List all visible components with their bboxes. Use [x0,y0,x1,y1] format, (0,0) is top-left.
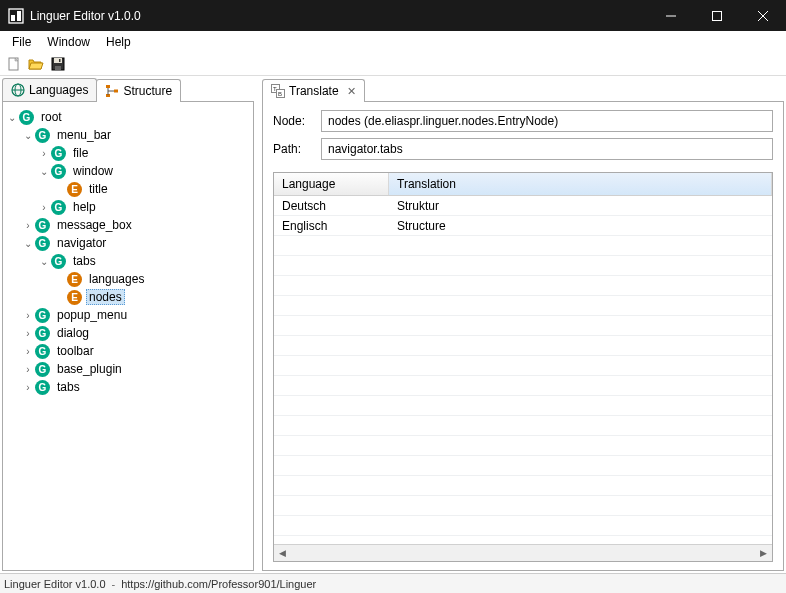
tree-node-label[interactable]: popup_menu [54,308,130,322]
entry-node-icon: E [67,182,82,197]
tab-structure-label: Structure [123,84,172,98]
group-node-icon: G [35,128,50,143]
menu-window[interactable]: Window [39,33,98,51]
tree-twisty[interactable]: › [37,148,51,159]
table-body[interactable]: DeutschStrukturEnglischStructure [274,196,772,544]
tree-node[interactable]: Enodes [5,288,251,306]
right-tabs: TB Translate ✕ [262,78,784,102]
tree-node-label[interactable]: languages [86,272,147,286]
cell-language[interactable]: Englisch [274,219,389,233]
tree-node-label[interactable]: navigator [54,236,109,250]
svg-rect-4 [713,11,722,20]
col-translation[interactable]: Translation [389,173,772,195]
tree-twisty[interactable]: › [21,310,35,321]
minimize-button[interactable] [648,0,694,31]
tab-translate-label: Translate [289,84,339,98]
tree-node[interactable]: ⌄Gnavigator [5,234,251,252]
app-icon [8,8,24,24]
tree-node-label[interactable]: tabs [70,254,99,268]
tree-node[interactable]: ⌄Gwindow [5,162,251,180]
tree-node[interactable]: Etitle [5,180,251,198]
tree-twisty[interactable]: › [21,346,35,357]
svg-rect-17 [114,90,118,93]
group-node-icon: G [51,254,66,269]
table-row[interactable]: DeutschStruktur [274,196,772,216]
tree-twisty[interactable]: ⌄ [21,130,35,141]
tree-node-label[interactable]: toolbar [54,344,97,358]
tree-node[interactable]: ›Gdialog [5,324,251,342]
tree-node-label[interactable]: file [70,146,91,160]
tree-twisty[interactable]: › [21,328,35,339]
left-tabs: Languages Structure [2,78,254,102]
tab-structure[interactable]: Structure [96,79,181,102]
tree-node-label[interactable]: menu_bar [54,128,114,142]
new-button[interactable] [4,54,24,74]
globe-icon [11,83,25,97]
menu-help[interactable]: Help [98,33,139,51]
tree-twisty[interactable]: › [21,364,35,375]
scroll-left-arrow[interactable]: ◀ [274,545,291,562]
tree-node-label[interactable]: root [38,110,65,124]
tree-icon [105,84,119,98]
tree-node[interactable]: ⌄Groot [5,108,251,126]
tab-languages[interactable]: Languages [2,78,97,101]
svg-text:T: T [273,86,277,92]
path-label: Path: [273,142,313,156]
tree-node-label[interactable]: message_box [54,218,135,232]
cell-language[interactable]: Deutsch [274,199,389,213]
tree-node-label[interactable]: title [86,182,111,196]
status-app: Linguer Editor v1.0.0 [4,578,106,590]
left-panel: Languages Structure ⌄Groot⌄Gmenu_bar›Gfi… [0,76,258,573]
col-language[interactable]: Language [274,173,389,195]
menu-file[interactable]: File [4,33,39,51]
table-row[interactable]: EnglischStructure [274,216,772,236]
entry-node-icon: E [67,290,82,305]
tree-twisty[interactable]: › [37,202,51,213]
tree-twisty[interactable]: › [21,382,35,393]
structure-tree[interactable]: ⌄Groot⌄Gmenu_bar›Gfile⌄GwindowEtitle›Ghe… [2,102,254,571]
tree-twisty[interactable]: ⌄ [37,166,51,177]
entry-node-icon: E [67,272,82,287]
svg-rect-1 [11,15,15,21]
toolbar [0,52,786,76]
tree-node-label[interactable]: base_plugin [54,362,125,376]
tab-translate[interactable]: TB Translate ✕ [262,79,365,102]
open-button[interactable] [26,54,46,74]
tree-node-label[interactable]: dialog [54,326,92,340]
tree-node[interactable]: ›Gbase_plugin [5,360,251,378]
cell-translation[interactable]: Structure [389,219,772,233]
cell-translation[interactable]: Struktur [389,199,772,213]
tree-node-label[interactable]: tabs [54,380,83,394]
save-button[interactable] [48,54,68,74]
tree-node[interactable]: ›Gtoolbar [5,342,251,360]
group-node-icon: G [51,146,66,161]
tree-node-label[interactable]: window [70,164,116,178]
tree-node[interactable]: ›Ghelp [5,198,251,216]
maximize-button[interactable] [694,0,740,31]
tree-node-label[interactable]: help [70,200,99,214]
tree-node[interactable]: ›Gfile [5,144,251,162]
horizontal-scrollbar[interactable]: ◀ ▶ [274,544,772,561]
scroll-right-arrow[interactable]: ▶ [755,545,772,562]
tree-node[interactable]: ›Gtabs [5,378,251,396]
tree-node[interactable]: ⌄Gtabs [5,252,251,270]
tree-twisty[interactable]: ⌄ [5,112,19,123]
tree-twisty[interactable]: ⌄ [21,238,35,249]
tree-twisty[interactable]: › [21,220,35,231]
group-node-icon: G [35,218,50,233]
statusbar: Linguer Editor v1.0.0 - https://github.c… [0,573,786,593]
tree-node-label[interactable]: nodes [86,289,125,305]
tree-twisty[interactable]: ⌄ [37,256,51,267]
close-icon[interactable]: ✕ [347,85,356,98]
titlebar: Linguer Editor v1.0.0 [0,0,786,31]
tree-node[interactable]: ›Gmessage_box [5,216,251,234]
path-value[interactable]: navigator.tabs [321,138,773,160]
svg-text:B: B [278,91,282,97]
close-button[interactable] [740,0,786,31]
tree-node[interactable]: Elanguages [5,270,251,288]
status-sep: - [112,578,116,590]
tree-node[interactable]: ›Gpopup_menu [5,306,251,324]
tree-node[interactable]: ⌄Gmenu_bar [5,126,251,144]
svg-rect-10 [55,66,61,70]
node-value[interactable]: nodes (de.eliaspr.linguer.nodes.EntryNod… [321,110,773,132]
